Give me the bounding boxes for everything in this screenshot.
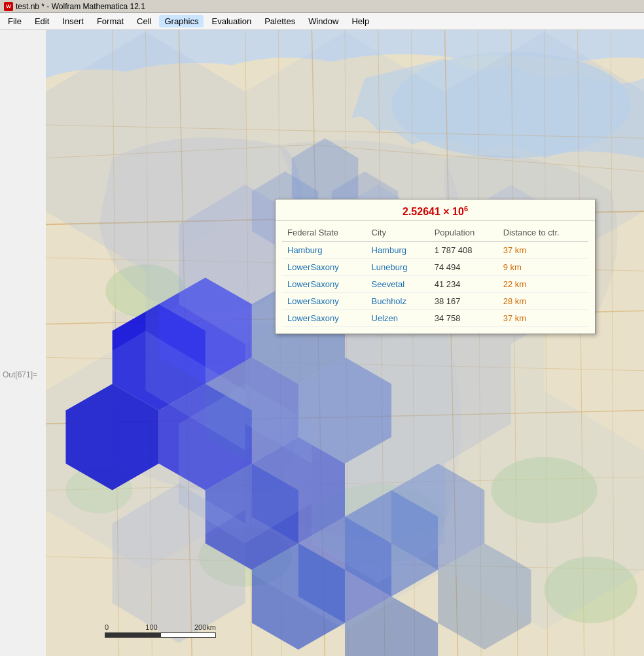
menu-item-help[interactable]: Help — [346, 15, 374, 27]
table-row: LowerSaxony Luneburg 74 494 9 km — [282, 259, 588, 276]
cell-population: 34 758 — [429, 310, 498, 327]
cell-distance: 37 km — [498, 242, 588, 259]
col-pop: Population — [429, 225, 498, 242]
cell-population: 41 234 — [429, 276, 498, 293]
cell-state: LowerSaxony — [282, 276, 367, 293]
window-title: test.nb * - Wolfram Mathematica 12.1 — [16, 2, 145, 11]
menu-item-format[interactable]: Format — [92, 15, 129, 27]
output-label: Out[671]= — [0, 30, 46, 656]
menubar: FileEditInsertFormatCellGraphicsEvaluati… — [0, 13, 644, 30]
cell-distance: 28 km — [498, 293, 588, 310]
cell-city: Hamburg — [367, 242, 429, 259]
scale-seg-1 — [105, 632, 160, 638]
scale-bar: 0 100 200km — [105, 623, 216, 638]
cell-city: Luneburg — [367, 259, 429, 276]
map-container: 2.52641 × 106 Federal State City Populat… — [46, 30, 644, 656]
cell-population: 1 787 408 — [429, 242, 498, 259]
scale-100: 100 — [145, 623, 157, 631]
scale-seg-2 — [160, 632, 216, 638]
map-background — [46, 30, 644, 656]
scale-labels: 0 100 200km — [105, 623, 216, 631]
cell-city: Buchholz — [367, 293, 429, 310]
table-row: LowerSaxony Buchholz 38 167 28 km — [282, 293, 588, 310]
col-city: City — [367, 225, 429, 242]
cell-state: LowerSaxony — [282, 310, 367, 327]
table-row: Hamburg Hamburg 1 787 408 37 km — [282, 242, 588, 259]
cell-population: 74 494 — [429, 259, 498, 276]
titlebar: W test.nb * - Wolfram Mathematica 12.1 — [0, 0, 644, 13]
scale-200: 200km — [194, 623, 216, 631]
scale-line — [105, 632, 216, 638]
svg-point-31 — [65, 467, 132, 513]
popup-header: 2.52641 × 106 — [276, 199, 595, 221]
cell-distance: 22 km — [498, 276, 588, 293]
svg-point-30 — [199, 527, 292, 586]
table-row: LowerSaxony Seevetal 41 234 22 km — [282, 276, 588, 293]
popup-value: 2.52641 × 106 — [402, 206, 468, 217]
menu-item-file[interactable]: File — [3, 15, 27, 27]
cell-distance: 9 km — [498, 259, 588, 276]
cell-population: 38 167 — [429, 293, 498, 310]
cell-distance: 37 km — [498, 310, 588, 327]
scale-0: 0 — [105, 623, 109, 631]
cell-state: LowerSaxony — [282, 259, 367, 276]
popup-table: Federal State City Population Distance t… — [282, 225, 588, 327]
menu-item-window[interactable]: Window — [303, 15, 344, 27]
table-row: LowerSaxony Uelzen 34 758 37 km — [282, 310, 588, 327]
menu-item-graphics[interactable]: Graphics — [159, 15, 204, 27]
popup-table-wrap: Federal State City Population Distance t… — [276, 221, 595, 334]
cell-city: Uelzen — [367, 310, 429, 327]
cell-city: Seevetal — [367, 276, 429, 293]
col-state: Federal State — [282, 225, 367, 242]
menu-item-insert[interactable]: Insert — [57, 15, 89, 27]
data-popup: 2.52641 × 106 Federal State City Populat… — [275, 199, 596, 334]
cell-state: LowerSaxony — [282, 293, 367, 310]
main-content: Out[671]= — [0, 30, 644, 656]
popup-data: Hamburg Hamburg 1 787 408 37 km LowerSax… — [282, 242, 588, 327]
menu-item-evaluation[interactable]: Evaluation — [206, 15, 257, 27]
cell-state: Hamburg — [282, 242, 367, 259]
col-dist: Distance to ctr. — [498, 225, 588, 242]
menu-item-edit[interactable]: Edit — [29, 15, 54, 27]
app-icon: W — [4, 2, 13, 11]
svg-point-28 — [491, 457, 597, 524]
menu-item-cell[interactable]: Cell — [132, 15, 156, 27]
menu-item-palettes[interactable]: Palettes — [259, 15, 300, 27]
svg-point-32 — [545, 557, 637, 623]
